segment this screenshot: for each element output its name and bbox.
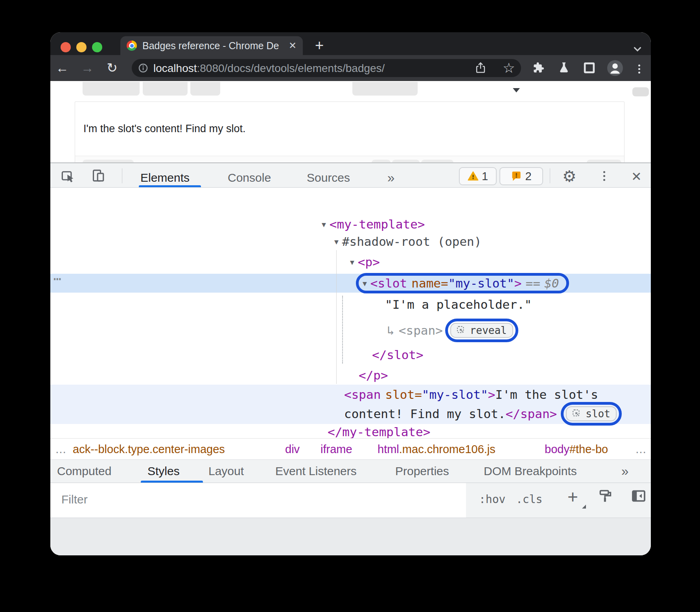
tree-row-p-close[interactable]: </p>: [359, 367, 388, 384]
tab-properties[interactable]: Properties: [395, 463, 449, 480]
issues-button[interactable]: 2: [499, 167, 543, 185]
devtools-close-icon[interactable]: ✕: [631, 169, 642, 184]
reveal-arrow-icon: ↳: [387, 323, 394, 337]
truncated-button-fragment: [83, 82, 140, 96]
devtools-menu-icon[interactable]: [603, 171, 605, 173]
tab-console[interactable]: Console: [228, 169, 271, 187]
tree-row-placeholder-text[interactable]: "I'm a placeholder.": [385, 296, 532, 313]
expand-arrow-icon[interactable]: ▼: [363, 279, 367, 288]
reload-icon[interactable]: ↻: [105, 61, 119, 75]
profile-avatar[interactable]: [607, 60, 623, 76]
tree-row-p-open[interactable]: ▼<p>: [350, 253, 380, 271]
tag-my-template-open: <my-template>: [330, 217, 425, 231]
element-classes-button[interactable]: .cls: [516, 487, 542, 512]
back-icon[interactable]: ←: [55, 61, 69, 75]
ghost-span-tag: <span>: [399, 323, 443, 337]
slot-badge[interactable]: slot: [566, 406, 617, 421]
expand-arrow-icon[interactable]: ▼: [322, 220, 326, 229]
tag-span-open: <span: [344, 387, 381, 402]
tab-sources[interactable]: Sources: [307, 169, 350, 187]
tab-close-icon[interactable]: ✕: [289, 40, 297, 51]
window-close-button[interactable]: [61, 42, 71, 52]
reveal-badge[interactable]: reveal: [450, 323, 513, 338]
warning-icon: [468, 171, 479, 182]
share-icon[interactable]: [474, 61, 487, 76]
reveal-badge-label: reveal: [470, 324, 507, 336]
new-tab-button[interactable]: +: [311, 38, 328, 53]
browser-tab[interactable]: Badges reference - Chrome De ✕: [120, 36, 303, 55]
shadow-root-label: #shadow-root (open): [342, 234, 482, 249]
last-selected-hint: $0: [544, 276, 559, 290]
breadcrumb-more-left[interactable]: …: [55, 441, 66, 457]
scroll-button-fragment: [632, 87, 649, 96]
window-zoom-button[interactable]: [92, 42, 102, 52]
flask-icon[interactable]: [558, 61, 570, 76]
breadcrumb-item[interactable]: ack--block.type.center-images: [73, 441, 225, 457]
settings-gear-icon[interactable]: ⚙: [562, 167, 577, 185]
info-icon[interactable]: [138, 63, 149, 75]
toggle-element-state-button[interactable]: :hov: [479, 487, 505, 512]
url-path: :8080/docs/devtools/elements/badges/: [197, 62, 385, 74]
overflow-ellipsis-icon[interactable]: ⋯: [53, 271, 61, 286]
bookmark-star-icon[interactable]: ☆: [502, 61, 516, 75]
toolbar-separator: [122, 168, 122, 183]
span-text-line2: content! Find my slot.: [344, 407, 506, 421]
tag-bracket: >: [488, 387, 496, 402]
crumb-tag: html: [378, 443, 399, 455]
tree-row-revealed-span[interactable]: ↳<span>reveal: [387, 317, 518, 344]
tab-dom-breakpoints[interactable]: DOM Breakpoints: [484, 463, 577, 480]
tab-event-listeners[interactable]: Event Listeners: [275, 463, 357, 480]
tree-row-slotted-span-line2[interactable]: content! Find my slot.</span>slot: [344, 401, 622, 426]
expand-arrow-icon[interactable]: ▼: [334, 238, 339, 246]
warnings-button[interactable]: 1: [459, 167, 497, 185]
sidebar-more-tabs-icon[interactable]: »: [621, 463, 628, 480]
reveal-annotation-ring: reveal: [445, 319, 518, 342]
styles-filter-input[interactable]: [56, 487, 455, 512]
more-tabs-icon[interactable]: »: [387, 169, 394, 187]
tab-elements[interactable]: Elements: [140, 169, 190, 187]
tab-styles[interactable]: Styles: [147, 463, 180, 480]
breadcrumb-item-iframe[interactable]: iframe: [321, 441, 352, 457]
tree-row-my-template[interactable]: ▼<my-template>: [322, 216, 425, 233]
reveal-badge-icon: [457, 326, 466, 335]
device-toolbar-icon[interactable]: [92, 169, 106, 184]
extensions-puzzle-icon[interactable]: [532, 61, 545, 76]
url-text[interactable]: localhost:8080/docs/devtools/elements/ba…: [153, 59, 385, 77]
tree-row-slot-selected[interactable]: ▼<slotname="my-slot">==$0: [356, 271, 569, 296]
breadcrumb-item-body[interactable]: body#the-bo: [545, 441, 608, 457]
breadcrumb-item-html[interactable]: html.mac.chrome106.js: [378, 441, 496, 457]
tab-search-chevron-icon[interactable]: [632, 43, 643, 57]
url-host: localhost: [153, 62, 197, 74]
tree-row-shadow-root[interactable]: ▼#shadow-root (open): [334, 233, 481, 250]
truncated-button-fragment: [143, 82, 188, 96]
forward-icon[interactable]: →: [80, 61, 94, 75]
expand-arrow-icon[interactable]: ▼: [350, 258, 354, 266]
issue-count: 2: [525, 170, 531, 183]
tag-p-close: </p>: [359, 368, 388, 382]
crumb-qualifier: #the-bo: [569, 443, 608, 455]
tab-layout[interactable]: Layout: [208, 463, 244, 480]
slot-annotation-ring: ▼<slotname="my-slot">==$0: [356, 273, 569, 293]
side-panel-icon[interactable]: [583, 62, 595, 76]
new-style-rule-caret: [582, 505, 586, 509]
tab-computed[interactable]: Computed: [57, 463, 111, 480]
toolbar-separator: [550, 168, 550, 183]
active-tab-underline: [139, 185, 201, 187]
window-minimize-button[interactable]: [76, 42, 87, 52]
tag-p-open: <p>: [358, 255, 380, 269]
chrome-favicon: [127, 41, 137, 51]
inspect-icon[interactable]: [61, 169, 75, 185]
slot-attr-value: "my-slot": [448, 276, 514, 290]
truncated-button-fragment: [352, 82, 418, 96]
tag-bracket: >: [514, 276, 522, 290]
tree-row-slotted-span-line1[interactable]: <spanslot="my-slot">I'm the slot's: [344, 386, 598, 403]
new-style-rule-icon[interactable]: +: [567, 486, 578, 507]
tree-row-slot-close[interactable]: </slot>: [372, 346, 424, 363]
browser-menu-icon[interactable]: [638, 65, 640, 66]
crumb-qualifier: .mac.chrome106.js: [399, 443, 496, 455]
span-attr-name: slot=: [385, 387, 422, 402]
sidebar-toggle-icon[interactable]: [631, 488, 646, 505]
brush-icon[interactable]: [598, 488, 613, 505]
breadcrumb-item-div[interactable]: div: [285, 441, 300, 457]
breadcrumb-more-right[interactable]: …: [635, 441, 647, 457]
